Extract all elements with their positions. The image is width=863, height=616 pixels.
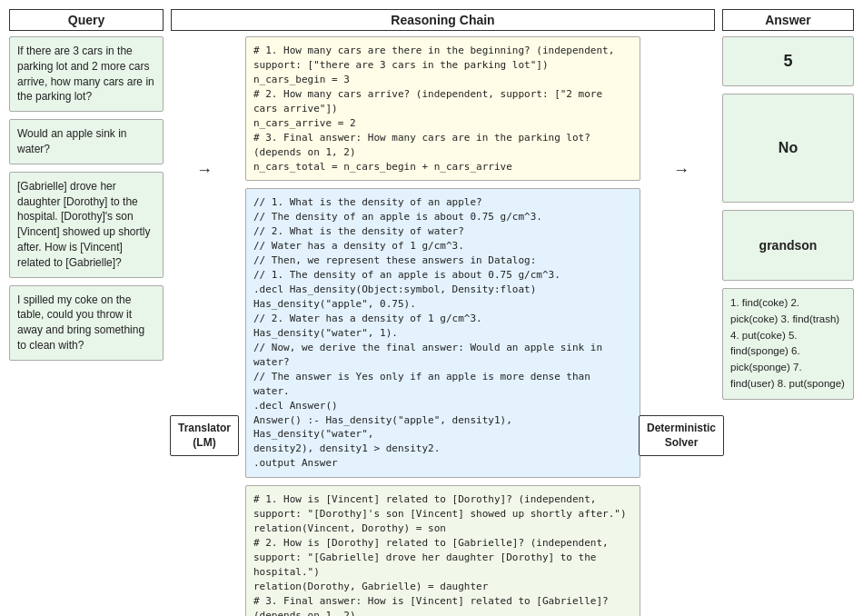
arrow-right-1: → [196, 161, 213, 180]
answer-header: Answer [722, 9, 854, 31]
solver-section: → DeterministicSolver → [640, 36, 722, 616]
query-items: If there are 3 cars in the parking lot a… [9, 36, 164, 361]
det-solver-label: DeterministicSolver [639, 415, 724, 457]
arrow-right-3: → [673, 161, 689, 180]
reasoning-1: # 1. How many cars are there in the begi… [245, 36, 640, 181]
query-column: If there are 3 cars in the parking lot a… [9, 36, 164, 616]
answer-2: No [722, 94, 854, 203]
reasoning-header: Reasoning Chain [171, 9, 715, 31]
answer-3: grandson [722, 210, 854, 281]
arrows-left: → [196, 161, 213, 180]
arrows-right: → [673, 161, 689, 180]
answer-column: 5 No grandson 1. find(coke) 2. pick(coke… [722, 36, 854, 616]
query-header: Query [9, 9, 164, 31]
translator-label: Translator(LM) [170, 415, 239, 457]
reasoning-2: // 1. What is the density of an apple? /… [245, 188, 640, 478]
query-4: I spilled my coke on the table, could yo… [9, 285, 164, 361]
query-3: [Gabrielle] drove her daughter [Dorothy]… [9, 172, 164, 278]
main-container: Query Reasoning Chain Answer If there ar… [9, 9, 854, 616]
query-2: Would an apple sink in water? [9, 119, 164, 164]
translator-section: → Translator(LM) → [164, 36, 245, 616]
answer-4: 1. find(coke) 2. pick(coke) 3. find(tras… [722, 288, 854, 400]
diagram-area: If there are 3 cars in the parking lot a… [9, 36, 854, 616]
headers-row: Query Reasoning Chain Answer [9, 9, 854, 35]
answer-items: 5 No grandson 1. find(coke) 2. pick(coke… [722, 36, 854, 400]
answer-1: 5 [722, 36, 854, 86]
reasoning-column: # 1. How many cars are there in the begi… [245, 36, 640, 616]
reasoning-3: # 1. How is [Vincent] related to [Doroth… [245, 485, 640, 616]
query-1: If there are 3 cars in the parking lot a… [9, 36, 164, 112]
